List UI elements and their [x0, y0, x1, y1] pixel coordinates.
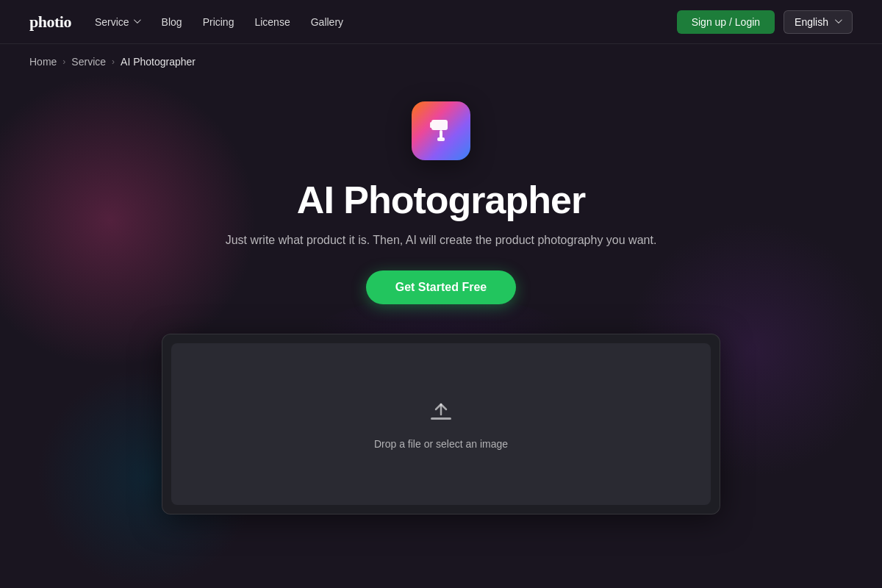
- main-content: AI Photographer Just write what product …: [0, 79, 882, 514]
- upload-container: Drop a file or select an image: [162, 334, 720, 514]
- main-nav: Service Blog Pricing License Gallery: [95, 16, 343, 28]
- camera-icon: [426, 115, 456, 146]
- chevron-down-icon: [833, 18, 842, 26]
- nav-license[interactable]: License: [254, 16, 290, 28]
- chevron-down-icon: [132, 18, 141, 26]
- breadcrumb: Home › Service › AI Photographer: [0, 44, 882, 79]
- language-selector[interactable]: English: [784, 10, 853, 34]
- header-right: Sign up / Login English: [677, 10, 853, 34]
- svg-rect-4: [431, 417, 451, 420]
- nav-pricing[interactable]: Pricing: [203, 16, 234, 28]
- nav-blog[interactable]: Blog: [162, 16, 182, 28]
- hero-subtitle: Just write what product it is. Then, AI …: [226, 234, 657, 247]
- signup-button[interactable]: Sign up / Login: [677, 10, 775, 34]
- hero-title: AI Photographer: [297, 178, 585, 222]
- breadcrumb-separator-2: ›: [112, 57, 115, 67]
- breadcrumb-current: AI Photographer: [121, 56, 196, 68]
- header: photio Service Blog Pricing License Gall…: [0, 0, 882, 44]
- breadcrumb-home[interactable]: Home: [29, 56, 57, 68]
- nav-gallery[interactable]: Gallery: [311, 16, 343, 28]
- svg-rect-0: [431, 120, 448, 130]
- upload-prompt-text: Drop a file or select an image: [374, 438, 508, 450]
- breadcrumb-separator-1: ›: [62, 57, 65, 67]
- upload-icon: [428, 398, 454, 428]
- logo[interactable]: photio: [29, 12, 71, 32]
- app-icon: [412, 101, 470, 160]
- language-label: English: [795, 16, 828, 28]
- breadcrumb-service[interactable]: Service: [71, 56, 106, 68]
- upload-area[interactable]: Drop a file or select an image: [171, 343, 711, 505]
- svg-rect-2: [437, 137, 445, 141]
- get-started-button[interactable]: Get Started Free: [366, 270, 516, 304]
- nav-service[interactable]: Service: [95, 16, 141, 28]
- header-left: photio Service Blog Pricing License Gall…: [29, 12, 343, 32]
- svg-rect-3: [430, 122, 432, 128]
